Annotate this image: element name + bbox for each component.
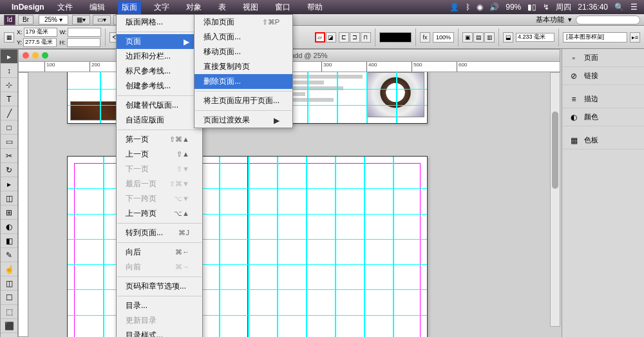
- tool-button[interactable]: ⊹: [1, 78, 17, 92]
- tool-button[interactable]: ◫: [1, 191, 17, 206]
- tool-button[interactable]: ✎: [1, 248, 17, 262]
- help-search[interactable]: [576, 15, 640, 24]
- y-input[interactable]: [23, 38, 57, 47]
- tool-button[interactable]: ☝: [1, 262, 17, 276]
- menu-item[interactable]: 转到页面...⌘J: [117, 226, 202, 240]
- menu-item[interactable]: 目录样式...: [117, 328, 202, 337]
- w-input[interactable]: [68, 28, 101, 37]
- opacity-field[interactable]: 100%: [433, 32, 454, 43]
- time-label[interactable]: 21:36:40: [578, 3, 608, 12]
- app-name[interactable]: InDesign: [12, 3, 44, 12]
- menu-item[interactable]: 第一页⇧⌘▲: [117, 132, 202, 147]
- spotlight-icon[interactable]: 🔍: [614, 3, 624, 12]
- zoom-dropdown[interactable]: 25% ▾: [39, 15, 68, 24]
- tool-button[interactable]: ✂: [1, 149, 17, 163]
- tool-button[interactable]: ▸: [1, 177, 17, 191]
- battery-pct[interactable]: 99%: [506, 3, 521, 12]
- tool-button[interactable]: ⊞: [1, 206, 17, 220]
- menu-table[interactable]: 表: [214, 1, 230, 14]
- volume-icon[interactable]: 🔊: [489, 3, 499, 12]
- menu-item[interactable]: 创建替代版面...: [117, 98, 202, 113]
- menu-item[interactable]: 直接复制跨页: [194, 59, 292, 74]
- tool-button[interactable]: ▸: [1, 50, 17, 64]
- tool-button[interactable]: ↻: [1, 163, 17, 177]
- menu-item[interactable]: 标尺参考线...: [117, 64, 202, 79]
- menu-layout[interactable]: 版面: [118, 1, 141, 14]
- stroke-weight[interactable]: [379, 32, 412, 43]
- menu-item[interactable]: 将主页面应用于页面...: [194, 93, 292, 108]
- tool-button[interactable]: ╱: [1, 106, 17, 120]
- menu-window[interactable]: 窗口: [271, 1, 294, 14]
- menu-help[interactable]: 帮助: [303, 1, 327, 14]
- wrap-icons[interactable]: ▣▤▥: [462, 32, 495, 43]
- menu-item[interactable]: 版面网格...: [117, 15, 202, 30]
- menu-item[interactable]: 移动页面...: [194, 44, 292, 59]
- fill-stroke-icons[interactable]: ▱ ◪: [315, 32, 336, 43]
- menu-item[interactable]: 创建参考线...: [117, 79, 202, 93]
- minimize-icon[interactable]: [32, 52, 39, 59]
- view-mode-button[interactable]: ▦▾: [72, 15, 90, 24]
- tool-button[interactable]: □: [1, 120, 17, 135]
- ruler-vertical[interactable]: [18, 72, 28, 337]
- tool-button[interactable]: ⬛: [1, 319, 17, 333]
- corner-val[interactable]: [516, 33, 554, 42]
- menu-edit[interactable]: 编辑: [86, 1, 109, 14]
- notifications-icon[interactable]: ☰: [630, 3, 638, 12]
- close-icon[interactable]: [23, 52, 29, 59]
- wifi-icon[interactable]: ◉: [477, 3, 483, 12]
- workspace-chevron[interactable]: ▾: [568, 15, 572, 24]
- menu-object[interactable]: 对象: [182, 1, 205, 14]
- object-style[interactable]: [基本图形框架]: [563, 32, 627, 43]
- menu-item[interactable]: 上一跨页⌥▲: [117, 206, 202, 221]
- menu-item[interactable]: 删除页面...: [194, 74, 292, 89]
- tool-button[interactable]: ◧: [1, 234, 17, 248]
- menu-item[interactable]: 上一页⇧▲: [117, 147, 202, 162]
- align-icons[interactable]: ⊏⊐⊓: [339, 32, 371, 43]
- x-label: X:: [17, 29, 23, 35]
- scrollbar-thumb[interactable]: [552, 111, 558, 189]
- bluetooth-icon[interactable]: ᛒ: [466, 3, 470, 12]
- panel-tab[interactable]: ◐颜色: [562, 108, 644, 126]
- menu-item[interactable]: 插入页面...: [194, 30, 292, 44]
- panel-tab[interactable]: ≡描边: [562, 90, 644, 108]
- menu-item[interactable]: 目录...: [117, 298, 202, 313]
- ref-point[interactable]: ▦: [4, 32, 14, 43]
- coffee-image[interactable]: [366, 72, 424, 117]
- x-input[interactable]: [24, 28, 57, 37]
- menu-item[interactable]: 页码和章节选项...: [117, 279, 202, 294]
- menu-item[interactable]: 边距和分栏...: [117, 49, 202, 64]
- menu-item[interactable]: 添加页面⇧⌘P: [194, 15, 292, 30]
- menu-item[interactable]: 自适应版面: [117, 113, 202, 128]
- user-icon[interactable]: 👤: [450, 3, 459, 12]
- panel-label: 链接: [584, 71, 598, 81]
- workspace-label[interactable]: 基本功能: [536, 15, 564, 24]
- menu-type[interactable]: 文字: [150, 1, 173, 14]
- menu-item[interactable]: 页面▶: [117, 34, 202, 49]
- panel-menu-icon[interactable]: ▸≡: [630, 32, 640, 43]
- screen-mode-button[interactable]: ▭▾: [93, 15, 111, 24]
- fx-button[interactable]: fx: [420, 32, 430, 43]
- tool-button[interactable]: ◫: [1, 276, 17, 291]
- bridge-button[interactable]: Br: [18, 15, 33, 24]
- menu-item[interactable]: 向后⌘←: [117, 245, 202, 260]
- panel-tab[interactable]: ▫页面: [562, 49, 644, 67]
- tool-button[interactable]: ▭: [1, 135, 17, 149]
- tool-button[interactable]: ☐: [1, 291, 17, 305]
- panel-tab[interactable]: ⊘链接: [562, 67, 644, 85]
- h-input[interactable]: [67, 38, 100, 47]
- zoom-icon[interactable]: [42, 52, 48, 59]
- scrollbar-vertical[interactable]: [550, 72, 560, 327]
- corner-icon[interactable]: ⬓: [503, 32, 513, 43]
- tool-button[interactable]: ↕: [1, 64, 17, 78]
- menu-file[interactable]: 文件: [53, 1, 77, 14]
- tool-button[interactable]: T: [1, 92, 17, 106]
- menu-item: 最后一页⇧⌘▼: [117, 177, 202, 191]
- tool-button[interactable]: ⇄: [1, 333, 17, 337]
- day-label[interactable]: 周四: [556, 2, 571, 13]
- menu-item[interactable]: 页面过渡效果▶: [194, 113, 292, 128]
- 描边-icon: ≡: [569, 95, 579, 104]
- tool-button[interactable]: ⬚: [1, 305, 17, 319]
- panel-tab[interactable]: ▦色板: [562, 131, 644, 149]
- menu-view[interactable]: 视图: [239, 1, 262, 14]
- tool-button[interactable]: ◐: [1, 220, 17, 234]
